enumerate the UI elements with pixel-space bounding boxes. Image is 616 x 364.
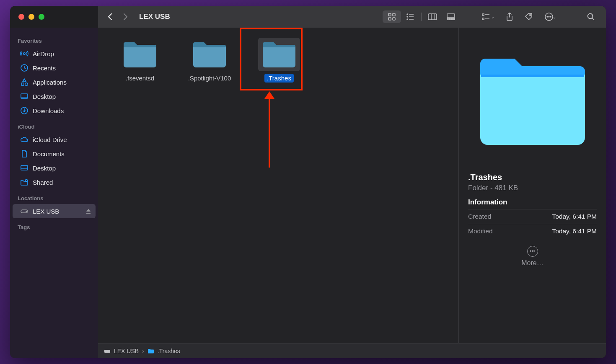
sidebar-item-label: Documents [33,150,65,157]
info-section-header: Information [468,198,597,209]
folder-item-selected[interactable]: .Trashes [246,35,313,85]
share-button[interactable] [501,10,518,23]
svg-point-24 [547,16,548,17]
sidebar-item-label: Desktop [33,93,56,100]
back-button[interactable] [103,10,116,23]
annotation-arrow [269,92,270,168]
cloud-icon [20,135,28,144]
sidebar-item-applications[interactable]: Applications [13,75,96,89]
tags-button[interactable] [520,10,537,23]
preview-thumbnail [468,35,597,165]
group-by-button[interactable]: ⌄ [478,10,499,23]
file-label: .Spotlight-V100 [186,74,234,83]
info-row-key: Modified [468,227,493,235]
clock-icon [20,64,28,72]
sidebar-item-desktop[interactable]: Desktop [13,89,96,103]
svg-rect-10 [428,14,437,20]
sidebar-item-lex-usb[interactable]: LEX USB [13,204,96,218]
sidebar-item-label: LEX USB [33,208,59,215]
file-label: .Trashes [264,74,294,83]
sidebar-item-recents[interactable]: Recents [13,61,96,75]
document-icon [20,150,28,158]
svg-rect-15 [449,18,450,20]
sidebar-item-label: Desktop [33,165,56,172]
more-label: More… [521,259,543,267]
svg-point-26 [550,16,551,17]
file-grid[interactable]: .fseventsd .Spotlight-V100 .Trashes [98,28,458,343]
info-row-value: Today, 6:41 PM [552,227,597,235]
info-row-value: Today, 6:41 PM [552,213,597,220]
sidebar-section-favorites: Favorites [10,32,98,46]
chevron-down-icon: ⌄ [491,15,494,19]
svg-point-31 [25,83,28,86]
sidebar-item-downloads[interactable]: Downloads [13,103,96,118]
sidebar-item-airdrop[interactable]: AirDrop [13,46,96,61]
info-name: .Trashes [468,173,597,182]
zoom-window-button[interactable] [39,14,44,20]
sidebar-item-documents[interactable]: Documents [13,147,96,161]
titlebar: LEX USB ⌄ [10,6,606,28]
traffic-lights [10,14,98,20]
preview-panel: .Trashes Folder - 481 KB Information Cre… [458,28,606,343]
gallery-view-button[interactable] [442,10,460,23]
window-title: LEX USB [139,13,170,21]
icon-view-button[interactable] [383,10,401,23]
svg-rect-18 [482,14,484,15]
finder-window: LEX USB ⌄ [10,6,606,358]
window-body: Favorites AirDrop Recents Applications D… [10,28,606,358]
svg-point-29 [23,53,25,54]
sidebar-item-label: Applications [33,79,67,86]
folder-icon [119,38,161,71]
svg-rect-3 [393,18,395,20]
sidebar-item-shared[interactable]: Shared [13,175,96,189]
drive-icon [104,348,111,354]
svg-point-4 [407,14,408,15]
svg-line-28 [593,18,595,21]
path-segment[interactable]: LEX USB [114,348,139,354]
svg-rect-19 [482,18,484,20]
chevron-right-icon: › [142,348,144,354]
list-view-button[interactable] [401,10,419,23]
svg-rect-17 [453,18,455,20]
svg-rect-16 [451,18,453,20]
search-button[interactable] [582,10,599,23]
desktop-icon [20,164,28,172]
sidebar-section-tags: Tags [10,218,98,233]
sidebar-item-icloud-drive[interactable]: iCloud Drive [13,132,96,147]
applications-icon [20,78,28,86]
folder-item[interactable]: .fseventsd [106,35,173,85]
external-drive-icon [20,207,28,215]
info-row-modified: Modified Today, 6:41 PM [468,224,597,238]
view-mode-group [382,10,461,24]
sidebar-section-locations: Locations [10,189,98,204]
column-view-button[interactable] [423,10,442,23]
svg-point-22 [530,15,531,16]
sidebar-section-icloud: iCloud [10,118,98,132]
path-segment[interactable]: .Trashes [158,348,180,354]
files-pane: .fseventsd .Spotlight-V100 .Trashes [98,28,606,343]
content-area: .fseventsd .Spotlight-V100 .Trashes [98,28,606,358]
svg-rect-35 [21,165,28,170]
svg-rect-1 [393,13,395,16]
chevron-down-icon: ⌄ [553,15,556,19]
sidebar-item-label: iCloud Drive [33,136,67,143]
svg-rect-13 [447,14,455,18]
minimize-window-button[interactable] [28,14,34,20]
more-button[interactable]: ••• More… [468,246,597,267]
close-window-button[interactable] [18,14,24,20]
eject-icon[interactable] [85,208,91,214]
svg-rect-40 [481,75,584,77]
svg-rect-0 [388,13,391,16]
folder-item[interactable]: .Spotlight-V100 [176,35,243,85]
sidebar-item-label: Downloads [33,107,64,114]
sidebar-item-label: AirDrop [33,50,54,57]
sidebar: Favorites AirDrop Recents Applications D… [10,28,98,358]
forward-button[interactable] [119,10,132,23]
sidebar-item-desktop-icloud[interactable]: Desktop [13,161,96,175]
info-row-created: Created Today, 6:41 PM [468,209,597,224]
file-label: .fseventsd [123,74,157,83]
svg-point-25 [549,16,549,17]
svg-point-37 [26,180,28,182]
action-menu-button[interactable]: ⌄ [540,10,561,23]
airdrop-icon [20,49,28,58]
